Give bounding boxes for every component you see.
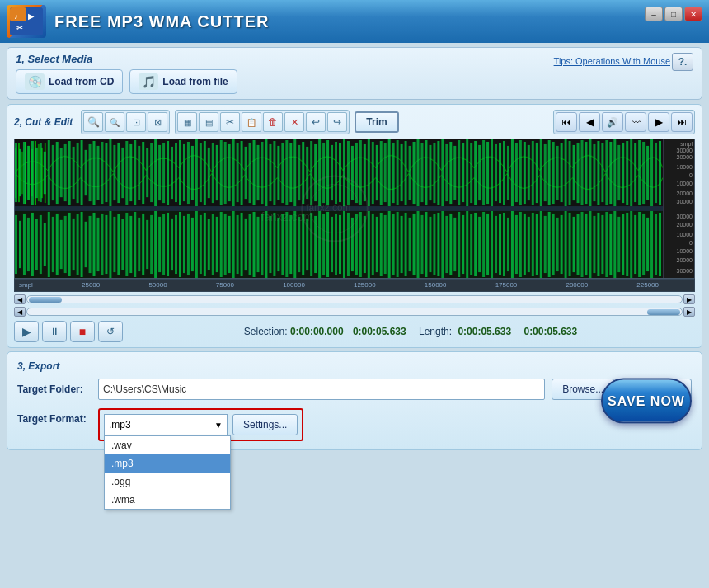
svg-rect-334 [659,213,661,276]
tick-100000: 100000 [283,281,305,289]
pb-end-button[interactable]: ⏭ [671,112,693,132]
ruler-ticks: smpl 25000 50000 75000 100000 125000 150… [15,280,663,291]
svg-rect-32 [68,141,71,205]
format-option-wma[interactable]: .wma [105,491,230,509]
svg-rect-233 [245,219,247,270]
pb-sound-button[interactable]: 🔊 [602,112,623,132]
svg-rect-305 [540,211,542,278]
svg-rect-297 [507,218,509,271]
load-cd-button[interactable]: 💿 Load from CD [16,69,123,94]
svg-rect-161 [597,141,599,205]
cut-button[interactable]: ✂ [220,112,240,132]
delete-button[interactable]: 🗑 [263,112,283,132]
svg-rect-81 [269,144,271,201]
format-dropdown: .wav .mp3 .ogg .wma [104,435,231,510]
svg-rect-293 [491,211,493,278]
label-10000-3: 10000 [677,232,693,238]
svg-rect-140 [511,139,514,206]
pb-begin-button[interactable]: ⏮ [556,112,577,132]
svg-text:▶: ▶ [28,12,35,21]
target-format-label: Target Format: [17,408,92,425]
undo-button[interactable]: ↩ [306,112,326,132]
label-0-1: 0 [689,172,693,178]
scroll-left-button[interactable]: ◀ [14,294,26,304]
zoom-out-button[interactable]: 🔍 [105,112,124,132]
svg-rect-230 [232,211,235,278]
play-button[interactable]: ▶ [14,321,39,342]
stop-button[interactable]: ■ [70,321,95,342]
svg-rect-186 [52,217,54,272]
tips-link[interactable]: Tips: Operations With Mouse [554,56,670,66]
svg-rect-291 [482,212,485,277]
scroll-right2-button[interactable]: ▶ [683,307,695,317]
svg-rect-223 [204,213,206,276]
copy-button[interactable]: 📋 [242,112,261,132]
svg-rect-195 [89,216,92,273]
pb-prev-button[interactable]: ◀ [579,112,600,132]
svg-rect-313 [573,217,575,272]
svg-rect-296 [503,213,505,276]
redo-button[interactable]: ↪ [327,112,347,132]
save-now-button[interactable]: SAVE NOW [601,379,692,424]
zoom-reset-button[interactable]: ⊠ [148,112,167,132]
svg-rect-124 [445,144,448,201]
save-now-label: SAVE NOW [608,393,685,408]
svg-rect-157 [581,140,584,205]
playback-toolbar-group: ⏮ ◀ 🔊 〰 ▶ ⏭ [553,110,695,134]
label-20000-1: 20000 [677,154,693,160]
svg-rect-24 [35,148,38,198]
svg-text:✂: ✂ [16,24,23,32]
scrollbar-thumb2[interactable] [647,309,680,315]
format-option-ogg[interactable]: .ogg [105,473,230,491]
loop-button[interactable]: ↺ [98,321,123,342]
close-button2[interactable]: ✕ [284,112,304,132]
svg-rect-69 [220,140,223,205]
svg-rect-33 [73,147,75,199]
target-folder-row: Target Folder: Browse... Find Target [17,379,692,400]
pb-wave-button[interactable]: 〰 [625,112,646,132]
format-option-mp3[interactable]: .mp3 [105,454,230,473]
pause-button[interactable]: ⏸ [42,321,67,342]
svg-rect-60 [183,144,185,201]
svg-rect-65 [204,141,206,205]
svg-rect-28 [52,145,54,200]
svg-rect-204 [125,213,128,276]
svg-rect-36 [85,150,87,195]
tick-50000: 50000 [148,281,167,289]
zoom-fit-button[interactable]: ⊡ [126,112,146,132]
format-option-wav[interactable]: .wav [105,436,230,454]
load-file-button[interactable]: 🎵 Load from file [129,69,237,94]
svg-rect-240 [273,213,275,276]
svg-rect-31 [64,144,67,201]
svg-rect-191 [73,219,75,270]
zoom-in-button[interactable]: 🔍 [83,112,103,132]
svg-rect-10 [21,152,23,194]
svg-rect-20 [19,149,21,196]
pb-next-button[interactable]: ▶ [648,112,669,132]
scroll-right-button[interactable]: ▶ [683,294,695,304]
svg-rect-76 [249,143,251,203]
svg-rect-26 [44,152,46,194]
select-all-button[interactable]: ▦ [177,112,197,132]
settings-button[interactable]: Settings... [232,414,298,435]
svg-rect-224 [208,219,210,270]
horizontal-scrollbar[interactable] [26,295,683,303]
title-bar: ♪ ▶ ✂ FREE MP3 WMA CUTTER – □ ✕ [0,0,709,43]
restore-button[interactable]: □ [664,7,683,21]
folder-path-input[interactable] [98,379,545,400]
svg-rect-324 [617,217,620,272]
horizontal-scrollbar2[interactable] [26,308,683,316]
svg-rect-133 [482,140,485,205]
trim-button[interactable]: Trim [354,111,398,133]
svg-rect-87 [293,139,296,206]
scroll-left2-button[interactable]: ◀ [14,307,26,317]
scrollbar-thumb[interactable] [29,297,62,303]
svg-rect-321 [605,212,608,277]
label-10000-1: 10000 [677,164,693,170]
format-select-display[interactable]: .mp3 ▼ [104,414,228,435]
help-button[interactable]: ?. [672,53,693,71]
minimize-button[interactable]: – [645,7,663,21]
close-button[interactable]: ✕ [684,7,702,21]
select-button[interactable]: ▤ [199,112,218,132]
svg-rect-119 [425,140,427,205]
